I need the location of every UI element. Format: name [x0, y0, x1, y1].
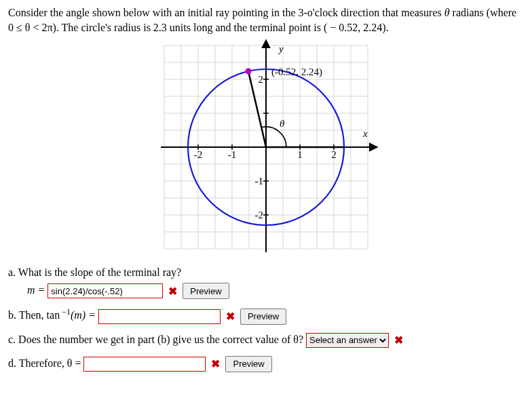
theta-range: 0 ≤ θ < 2π	[8, 22, 53, 33]
period: .	[386, 22, 389, 33]
m-equals: m =	[27, 284, 48, 296]
prompt-text-3: ). The circle's radius is 2.3 units long…	[53, 22, 324, 33]
prompt-text-1: Consider the angle shown below with an i…	[8, 7, 444, 18]
x-tick-neg1: -1	[228, 149, 237, 160]
x-tick-1: 1	[297, 149, 303, 160]
terminal-point: ( − 0.52, 2.24)	[324, 22, 386, 33]
x-tick-2: 2	[331, 149, 337, 160]
problem-statement: Consider the angle shown below with an i…	[8, 5, 524, 35]
terminal-point-dot	[246, 68, 252, 75]
angle-graph: -2 -1 1 2 2 -1 -2	[144, 39, 388, 256]
preview-button-b[interactable]: Preview	[240, 309, 286, 325]
wrong-icon: ✖	[208, 358, 223, 370]
wrong-icon: ✖	[223, 311, 238, 322]
theta-input[interactable]	[83, 357, 206, 372]
arctan-input[interactable]	[98, 309, 221, 324]
prompt-text-2: radians (where	[450, 7, 517, 18]
terminal-point-label: (-0.52, 2.24)	[271, 66, 322, 78]
question-b-arg: (m) =	[71, 310, 98, 321]
correct-value-select[interactable]: Select an answer	[306, 333, 389, 348]
y-axis-label: y	[278, 43, 284, 54]
y-tick-2: 2	[259, 74, 264, 85]
preview-button-a[interactable]: Preview	[183, 283, 229, 299]
inverse-superscript: −1	[60, 307, 71, 317]
question-d-text: d. Therefore, θ =	[8, 357, 83, 369]
wrong-icon: ✖	[392, 334, 406, 346]
theta-var: θ	[444, 7, 450, 18]
slope-input[interactable]	[48, 283, 163, 298]
y-tick-neg2: -2	[255, 210, 264, 220]
y-tick-neg1: -1	[255, 176, 264, 186]
question-b-prefix: b. Then, tan	[8, 310, 60, 321]
terminal-ray	[248, 71, 266, 147]
question-c-text: c. Does the number we get in part (b) gi…	[8, 334, 306, 345]
preview-button-d[interactable]: Preview	[225, 356, 271, 372]
x-axis-label: x	[362, 128, 368, 139]
x-tick-neg2: -2	[194, 149, 203, 160]
theta-label: θ	[280, 118, 285, 129]
wrong-icon: ✖	[166, 285, 180, 297]
question-a-text: a. What is the slope of the terminal ray…	[8, 266, 524, 279]
